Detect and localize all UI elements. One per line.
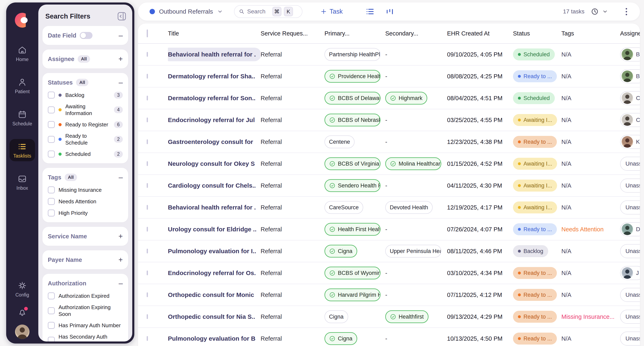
task-row[interactable]: Urology consult for Eldridge ..ReferralH…: [138, 219, 640, 240]
status-pill[interactable]: Ready to ...: [513, 267, 557, 279]
assignee-pill[interactable]: K: [620, 135, 640, 149]
status-pill[interactable]: Backlog: [513, 245, 548, 257]
row-checkbox[interactable]: [147, 74, 148, 79]
status-pill[interactable]: Ready to ...: [513, 332, 557, 344]
option-checkbox[interactable]: [48, 92, 55, 99]
option-checkbox[interactable]: [48, 198, 55, 205]
time-filter-button[interactable]: [591, 8, 608, 16]
assignee-pill[interactable]: Unassigned: [620, 331, 640, 345]
option-checkbox[interactable]: [48, 151, 55, 158]
task-title[interactable]: Endocrinology referral for Os.: [168, 269, 256, 276]
filter-option[interactable]: Scheduled2: [48, 151, 123, 158]
filter-option[interactable]: Ready to Register6: [48, 121, 123, 128]
search-box[interactable]: ⌘ K: [234, 5, 302, 18]
task-row[interactable]: Pulmonology evaluation for BReferralCign…: [138, 328, 640, 346]
task-row[interactable]: Gastroenterology consult forReferralCent…: [138, 131, 640, 153]
task-title[interactable]: Gastroenterology consult for: [168, 138, 253, 145]
filter-option[interactable]: Authorization Expired: [48, 292, 123, 299]
option-checkbox[interactable]: [48, 106, 55, 113]
sidebar-item-config[interactable]: Config: [10, 278, 35, 300]
status-pill[interactable]: Scheduled: [513, 92, 555, 104]
section-collapse-button[interactable]: +: [118, 256, 123, 263]
task-row[interactable]: Cardiology consult for Chels..ReferralSe…: [138, 175, 640, 197]
task-title[interactable]: Endocrinology referral for Jul: [168, 117, 255, 123]
sidebar-item-home[interactable]: Home: [10, 43, 35, 65]
list-view-button[interactable]: [366, 7, 374, 16]
task-row[interactable]: Endocrinology referral for JulReferralBC…: [138, 109, 640, 131]
collapse-panel-button[interactable]: [117, 12, 126, 21]
header-cell-ehr-created-at[interactable]: EHR Created At: [447, 30, 513, 37]
task-title[interactable]: Dermatology referral for Sha..: [168, 73, 255, 80]
sidebar-item-inbox[interactable]: Inbox: [10, 171, 35, 193]
filter-option[interactable]: Ready to Schedule2: [48, 133, 123, 146]
header-cell-tags[interactable]: Tags: [562, 30, 620, 37]
add-task-button[interactable]: Task: [320, 8, 343, 15]
task-row[interactable]: Behavioral health referral for .Referral…: [138, 197, 640, 219]
status-pill[interactable]: Awaiting I...: [513, 201, 557, 213]
assignee-pill[interactable]: C: [620, 113, 640, 127]
status-pill[interactable]: Ready to ...: [513, 311, 557, 323]
section-collapse-button[interactable]: –: [119, 32, 123, 39]
status-pill[interactable]: Ready to ...: [513, 289, 557, 301]
task-row[interactable]: Orthopedic consult for Nia S..ReferralCi…: [138, 306, 640, 328]
section-collapse-button[interactable]: +: [118, 233, 123, 240]
filter-option[interactable]: Awaiting Information4: [48, 103, 123, 117]
filter-option[interactable]: Has Secondary Auth Number: [48, 333, 123, 341]
task-title[interactable]: Behavioral health referral for .: [168, 51, 256, 58]
date-field-toggle[interactable]: [80, 32, 92, 39]
header-cell-secondary[interactable]: Secondary...: [385, 30, 447, 37]
task-row[interactable]: Neurology consult for Okey SReferralBCBS…: [138, 153, 640, 175]
row-checkbox[interactable]: [147, 205, 148, 210]
sidebar-item-schedule[interactable]: Schedule: [10, 107, 35, 129]
row-checkbox[interactable]: [147, 96, 148, 100]
task-title[interactable]: Neurology consult for Okey S: [168, 160, 255, 167]
option-checkbox[interactable]: [48, 337, 55, 342]
header-cell-primary[interactable]: Primary...: [324, 30, 385, 37]
option-checkbox[interactable]: [48, 322, 55, 329]
assignee-pill[interactable]: C: [620, 91, 640, 105]
task-title[interactable]: Dermatology referral for Son..: [168, 95, 256, 102]
row-checkbox[interactable]: [147, 161, 148, 166]
filter-option[interactable]: Backlog3: [48, 92, 123, 99]
assignee-pill[interactable]: Unassigned: [620, 310, 640, 324]
filter-option[interactable]: Needs Attention: [48, 198, 123, 205]
assignee-pill[interactable]: Unassigned: [620, 157, 640, 171]
task-row[interactable]: Endocrinology referral for Os.ReferralBC…: [138, 262, 640, 284]
row-checkbox[interactable]: [147, 52, 148, 57]
brand-logo[interactable]: [14, 12, 31, 29]
assignee-pill[interactable]: Unassigned: [620, 200, 640, 214]
task-row[interactable]: Dermatology referral for Sha..ReferralPr…: [138, 66, 640, 87]
task-title[interactable]: Orthopedic consult for Nia S..: [168, 313, 255, 320]
status-pill[interactable]: Ready to ...: [513, 70, 557, 82]
option-checkbox[interactable]: [48, 136, 55, 143]
filter-option[interactable]: Missing Insurance: [48, 186, 123, 193]
row-checkbox[interactable]: [147, 227, 148, 232]
overflow-menu-button[interactable]: [624, 7, 628, 17]
assignee-pill[interactable]: Unassigned: [620, 179, 640, 193]
filter-option[interactable]: High Priority: [48, 209, 123, 216]
task-title[interactable]: Urology consult for Eldridge ..: [168, 226, 256, 233]
section-collapse-button[interactable]: +: [118, 55, 123, 63]
status-pill[interactable]: Awaiting I...: [513, 180, 557, 192]
status-pill[interactable]: Ready to ...: [513, 223, 557, 235]
status-pill[interactable]: Awaiting I...: [513, 158, 557, 170]
row-checkbox[interactable]: [147, 183, 148, 188]
task-title[interactable]: Behavioral health referral for .: [168, 204, 256, 211]
task-row[interactable]: Dermatology referral for Son..ReferralBC…: [138, 87, 640, 109]
status-pill[interactable]: Scheduled: [513, 49, 555, 60]
option-checkbox[interactable]: [48, 186, 55, 193]
row-checkbox[interactable]: [147, 270, 148, 275]
section-collapse-button[interactable]: –: [119, 79, 123, 86]
filter-option[interactable]: Has Primary Auth Number: [48, 322, 123, 329]
option-checkbox[interactable]: [48, 121, 55, 128]
header-cell-assignee[interactable]: Assignee: [620, 30, 640, 37]
task-row[interactable]: Pulmonology evaluation for I..ReferralCi…: [138, 240, 640, 262]
row-checkbox[interactable]: [147, 139, 148, 144]
row-checkbox[interactable]: [147, 292, 148, 297]
assignee-pill[interactable]: Unassigned: [620, 244, 640, 258]
assignee-pill[interactable]: Unassigned: [620, 288, 640, 302]
section-collapse-button[interactable]: –: [119, 280, 123, 287]
assignee-pill[interactable]: B: [620, 48, 640, 62]
status-pill[interactable]: Awaiting I...: [513, 114, 557, 126]
option-checkbox[interactable]: [48, 292, 55, 299]
